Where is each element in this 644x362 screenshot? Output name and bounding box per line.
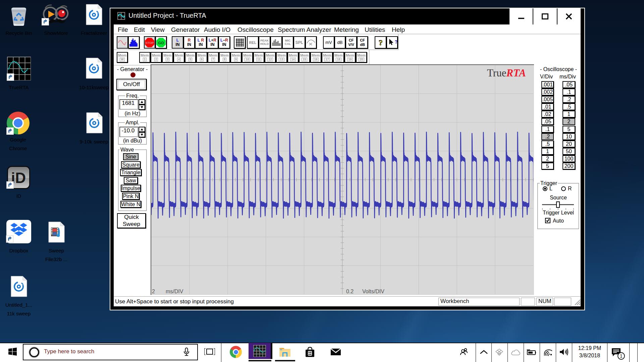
svg-text:1: 1 [620, 353, 623, 359]
